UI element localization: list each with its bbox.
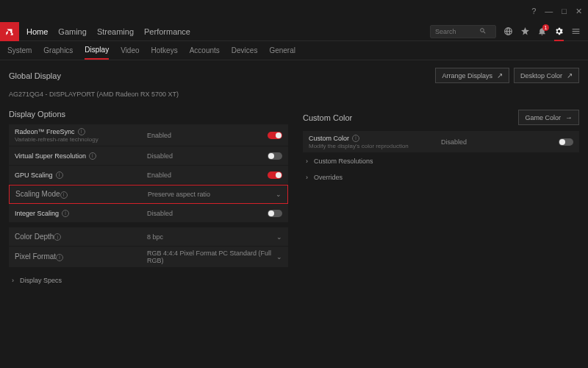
freesync-sublabel: Variable-refresh-rate technology <box>15 136 147 143</box>
info-icon[interactable]: i <box>62 210 69 217</box>
gpu-scaling-toggle[interactable] <box>268 171 282 179</box>
custom-resolutions-expand[interactable]: ›Custom Resolutions <box>303 153 579 169</box>
tab-system[interactable]: System <box>7 42 32 59</box>
topbar-right: 1 <box>430 25 588 38</box>
search-icon[interactable] <box>479 27 487 36</box>
color-depth-value: 8 bpc <box>147 233 163 241</box>
custom-color-title: Custom Color <box>303 113 352 122</box>
chevron-right-icon: › <box>12 277 14 284</box>
info-icon[interactable]: i <box>352 135 359 142</box>
custom-color-sublabel: Modify the display's color reproduction <box>309 143 441 149</box>
arrange-displays-button[interactable]: Arrange Displays↗ <box>435 68 509 83</box>
info-icon[interactable]: i <box>89 152 96 160</box>
title-bar: ? — □ ✕ <box>0 0 588 22</box>
amd-logo[interactable] <box>0 22 19 41</box>
tab-display[interactable]: Display <box>85 41 109 60</box>
bell-badge: 1 <box>542 24 549 31</box>
display-identifier: AG271QG4 - DISPLAYPORT (AMD Radeon RX 57… <box>9 91 579 98</box>
global-display-header: Global Display Arrange Displays↗ Desktop… <box>9 68 579 83</box>
scaling-mode-label: Scaling Modei <box>15 190 68 198</box>
scaling-mode-value: Preserve aspect ratio <box>148 191 210 198</box>
freesync-status: Enabled <box>147 132 268 139</box>
gear-icon[interactable] <box>554 26 564 36</box>
pixel-format-row[interactable]: Pixel Formati RGB 4:4:4 Pixel Format PC … <box>9 247 288 268</box>
maximize-button[interactable]: □ <box>562 7 567 15</box>
info-icon[interactable]: i <box>54 233 61 241</box>
tab-graphics[interactable]: Graphics <box>43 42 73 59</box>
chevron-down-icon: ⌄ <box>276 253 282 261</box>
top-bar: Home Gaming Streaming Performance 1 <box>0 22 588 41</box>
nav-streaming[interactable]: Streaming <box>97 27 134 36</box>
desktop-color-button[interactable]: Desktop Color↗ <box>514 68 579 83</box>
content: Global Display Arrange Displays↗ Desktop… <box>0 60 588 296</box>
chevron-down-icon: ⌄ <box>276 233 282 241</box>
integer-scaling-row: Integer Scalingi Disabled <box>9 204 288 223</box>
bell-icon[interactable]: 1 <box>537 26 547 36</box>
sub-nav: System Graphics Display Video Hotkeys Ac… <box>0 41 588 60</box>
integer-scaling-status: Disabled <box>147 210 268 217</box>
search-input[interactable] <box>435 28 479 35</box>
close-button[interactable]: ✕ <box>576 7 582 16</box>
tab-video[interactable]: Video <box>121 42 139 59</box>
web-icon[interactable] <box>503 26 513 36</box>
color-depth-row[interactable]: Color Depthi 8 bpc⌄ <box>9 227 288 247</box>
arrow-right-icon: → <box>565 113 573 121</box>
vsr-toggle[interactable] <box>268 152 282 160</box>
vsr-row: Virtual Super Resolutioni Disabled <box>9 146 288 166</box>
pixel-format-value: RGB 4:4:4 Pixel Format PC Standard (Full… <box>147 250 276 264</box>
gpu-scaling-row: GPU Scalingi Enabled <box>9 166 288 185</box>
vsr-status: Disabled <box>147 152 268 160</box>
star-icon[interactable] <box>520 26 530 36</box>
freesync-label: Radeon™ FreeSynci <box>15 128 147 135</box>
help-icon[interactable]: ? <box>531 7 536 15</box>
nav-gaming[interactable]: Gaming <box>58 27 87 36</box>
search-box[interactable] <box>430 25 496 38</box>
game-color-button[interactable]: Game Color→ <box>518 110 579 125</box>
info-icon[interactable]: i <box>78 128 85 135</box>
nav-home[interactable]: Home <box>26 27 48 36</box>
freesync-row: Radeon™ FreeSynci Variable-refresh-rate … <box>9 124 288 146</box>
external-icon: ↗ <box>567 71 573 79</box>
tab-general[interactable]: General <box>269 42 295 59</box>
custom-color-column: Custom Color Game Color→ Custom Colori M… <box>303 110 579 289</box>
info-icon[interactable]: i <box>60 191 68 199</box>
custom-color-row: Custom Colori Modify the display's color… <box>303 131 579 153</box>
display-specs-expand[interactable]: ›Display Specs <box>9 272 288 289</box>
freesync-toggle[interactable] <box>268 132 282 139</box>
nav-performance[interactable]: Performance <box>144 27 190 36</box>
custom-color-label: Custom Colori <box>309 135 441 142</box>
menu-icon[interactable] <box>571 26 581 36</box>
main-nav: Home Gaming Streaming Performance <box>26 27 190 36</box>
info-icon[interactable]: i <box>56 254 63 261</box>
page-title: Global Display <box>9 71 61 80</box>
vsr-label: Virtual Super Resolutioni <box>15 152 147 160</box>
minimize-button[interactable]: — <box>545 7 553 15</box>
gpu-scaling-status: Enabled <box>147 171 268 179</box>
tab-accounts[interactable]: Accounts <box>190 42 220 59</box>
color-depth-label: Color Depthi <box>15 233 61 241</box>
info-icon[interactable]: i <box>56 171 63 179</box>
tab-devices[interactable]: Devices <box>232 42 258 59</box>
chevron-right-icon: › <box>306 174 308 181</box>
external-icon: ↗ <box>497 71 503 79</box>
gpu-scaling-label: GPU Scalingi <box>15 171 147 179</box>
integer-scaling-toggle[interactable] <box>268 210 282 217</box>
tab-hotkeys[interactable]: Hotkeys <box>151 42 178 59</box>
custom-color-toggle[interactable] <box>559 138 573 146</box>
pixel-format-label: Pixel Formati <box>15 252 63 261</box>
chevron-right-icon: › <box>306 158 308 165</box>
display-options-title: Display Options <box>9 110 65 118</box>
integer-scaling-label: Integer Scalingi <box>15 210 147 217</box>
scaling-mode-row[interactable]: Scaling Modei Preserve aspect ratio⌄ <box>9 185 288 204</box>
display-options-column: Display Options Radeon™ FreeSynci Variab… <box>9 110 288 289</box>
overrides-expand[interactable]: ›Overrides <box>303 169 579 185</box>
custom-color-status: Disabled <box>441 138 559 146</box>
chevron-down-icon: ⌄ <box>276 191 282 198</box>
